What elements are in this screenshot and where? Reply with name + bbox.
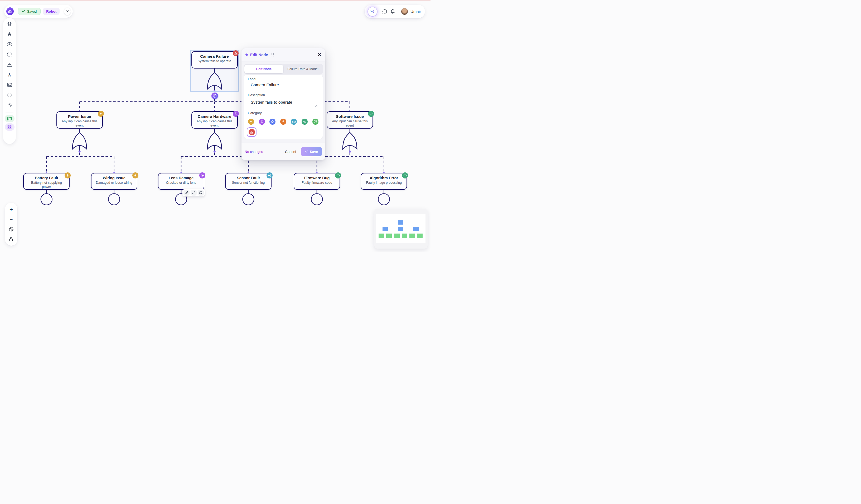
divider <box>16 8 16 15</box>
tab-edit-node[interactable]: Edit Node <box>244 65 283 73</box>
node-title: Camera Hardware <box>192 114 237 119</box>
lambda-tool[interactable]: λ <box>5 70 14 79</box>
panel-title: Edit Node <box>250 53 268 57</box>
layers-tool[interactable] <box>5 19 14 28</box>
node-camera-failure[interactable]: Camera Failure System fails to operate <box>191 51 238 69</box>
topbar-right: Umair <box>365 5 425 18</box>
user-name: Umair <box>410 9 421 14</box>
ai-assistant-button[interactable] <box>368 6 378 17</box>
save-button[interactable]: Save <box>301 147 322 156</box>
category-chip-icon[interactable] <box>270 119 275 125</box>
node-hover-toolbar <box>182 189 205 196</box>
category-lightning-icon[interactable] <box>248 119 254 125</box>
chevron-down-icon[interactable] <box>64 8 71 15</box>
warning-tool[interactable] <box>5 60 14 69</box>
user-avatar[interactable] <box>401 8 408 15</box>
chat-button[interactable] <box>381 8 388 16</box>
node-title: Battery Fault <box>24 176 69 180</box>
category-broadcast-icon[interactable] <box>291 119 297 125</box>
node-camera-hardware[interactable]: Camera Hardware Any input can cause this… <box>191 111 238 128</box>
category-flask-icon[interactable] <box>280 119 286 125</box>
save-button-label: Save <box>310 150 318 154</box>
node-subtitle: System fails to operate <box>192 58 237 63</box>
category-shield-question-icon[interactable]: ? <box>312 119 318 125</box>
divider <box>398 7 398 16</box>
settings-tool[interactable] <box>5 101 14 110</box>
chat-bubble-icon <box>382 9 387 14</box>
node-subtitle: Any input can cause this event <box>327 119 372 128</box>
image-export-tool[interactable] <box>5 80 14 90</box>
node-title: Software Issue <box>327 114 372 119</box>
node-power-issue[interactable]: Power Issue Any input can cause this eve… <box>56 111 103 128</box>
node-sensor-fault[interactable]: Sensor Fault Sensor not functioning <box>225 173 272 190</box>
fit-view-button[interactable] <box>8 225 15 233</box>
code-tool[interactable] <box>5 91 14 100</box>
cancel-button[interactable]: Cancel <box>285 150 296 154</box>
drag-handle-icon[interactable] <box>272 53 274 56</box>
panel-status-dot-icon <box>245 54 248 56</box>
check-icon <box>22 10 25 13</box>
category-gear-icon[interactable] <box>259 119 265 125</box>
textarea-resize-handle-icon[interactable] <box>314 104 318 108</box>
zoom-in-button[interactable]: ＋ <box>8 205 15 213</box>
tab-failure-rate-model[interactable]: Failure Rate & Model <box>283 65 323 73</box>
node-software-issue[interactable]: Software Issue Any input can cause this … <box>327 111 373 128</box>
minimap[interactable] <box>374 209 428 248</box>
node-wiring-issue[interactable]: Wiring Issue Damaged or loose wiring <box>91 173 137 190</box>
category-code-icon[interactable] <box>302 119 308 125</box>
edit-node-button[interactable] <box>183 190 190 195</box>
add-node-tool[interactable] <box>5 40 14 49</box>
no-changes-link[interactable]: No changes <box>245 150 263 154</box>
target-icon <box>9 227 14 232</box>
label-field-label: Label <box>248 77 256 81</box>
expand-node-button[interactable] <box>191 190 197 195</box>
node-algorithm-error[interactable]: Algorithm Error Faulty image processing <box>361 173 407 190</box>
node-firmware-bug[interactable]: Firmware Bug Faulty firmware code <box>294 173 340 190</box>
gate-tool[interactable] <box>5 30 14 39</box>
node-subtitle: Faulty firmware code <box>294 180 340 185</box>
category-options: ? <box>248 119 318 125</box>
warning-badge-icon <box>233 50 238 56</box>
node-battery-fault[interactable]: Battery Fault Battery not supplying powe… <box>23 173 70 190</box>
unlock-icon <box>9 237 13 242</box>
panel-form-card: Label Camera Failure Description System … <box>244 74 323 139</box>
label-field-input[interactable]: Camera Failure <box>251 82 279 87</box>
select-area-tool[interactable] <box>5 50 14 59</box>
minimap-viewport <box>376 214 425 243</box>
node-subtitle: Any input can cause this event <box>57 119 102 128</box>
node-title: Lens Damage <box>159 176 204 180</box>
node-subtitle: Sensor not functioning <box>226 180 271 185</box>
grid-view-toggle[interactable] <box>5 123 14 131</box>
comment-node-button[interactable] <box>198 190 204 195</box>
node-title: Power Issue <box>57 114 102 119</box>
divider <box>5 112 13 113</box>
broadcast-badge-icon <box>266 173 273 178</box>
node-title: Wiring Issue <box>92 176 137 180</box>
lock-button[interactable] <box>8 235 15 243</box>
image-file-icon <box>7 83 12 87</box>
add-child-button[interactable] <box>211 93 218 99</box>
node-subtitle: Damaged or loose wiring <box>92 180 137 185</box>
project-name-badge[interactable]: Robot <box>43 8 59 15</box>
code-icon <box>7 93 12 97</box>
panel-header: Edit Node ✕ <box>242 48 325 62</box>
svg-text:?: ? <box>315 121 316 122</box>
description-field-input[interactable]: System fails to operate <box>251 100 292 105</box>
category-field-label: Category <box>248 111 262 115</box>
category-selected-wrapper[interactable] <box>247 127 257 137</box>
category-warning-icon[interactable] <box>249 129 255 135</box>
zoom-out-button[interactable]: − <box>8 215 15 223</box>
gear-icon <box>7 103 12 108</box>
close-icon[interactable]: ✕ <box>318 53 322 57</box>
notifications-button[interactable] <box>388 8 396 16</box>
panel-tabs: Edit Node Failure Rate & Model <box>244 64 323 74</box>
topbar-left: Saved Robot <box>4 5 73 18</box>
node-title: Camera Failure <box>192 54 237 58</box>
home-button[interactable] <box>6 8 14 15</box>
minimap-toggle[interactable] <box>5 115 14 122</box>
gear-badge-icon <box>199 173 205 178</box>
saved-label: Saved <box>27 10 37 13</box>
lightning-badge-icon <box>132 173 138 178</box>
lambda-icon: λ <box>8 72 11 78</box>
node-lens-damage[interactable]: Lens Damage Cracked or dirty lens <box>158 173 204 190</box>
